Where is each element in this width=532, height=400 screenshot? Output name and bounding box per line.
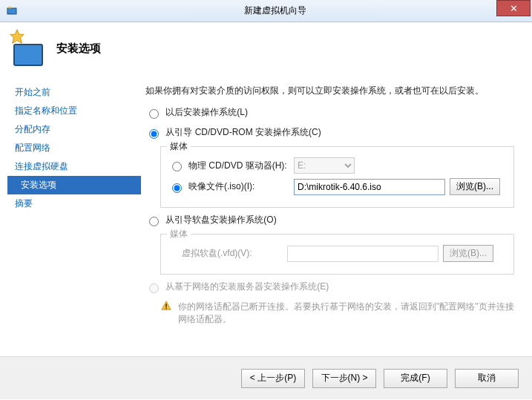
label-iso-file: 映像文件(.iso)(I): — [188, 180, 289, 193]
wizard-steps-sidebar: 开始之前 指定名称和位置 分配内存 配置网络 连接虚拟硬盘 安装选项 摘要 — [0, 74, 141, 356]
input-vfd-path — [287, 246, 439, 262]
step-disk[interactable]: 连接虚拟硬盘 — [10, 157, 141, 176]
radio-install-later[interactable] — [149, 109, 159, 119]
step-name[interactable]: 指定名称和位置 — [10, 102, 141, 120]
label-vfd: 虚拟软盘(.vfd)(V): — [182, 247, 283, 260]
browse-vfd-button: 浏览(B)... — [443, 245, 493, 262]
step-summary[interactable]: 摘要 — [10, 194, 141, 213]
step-memory[interactable]: 分配内存 — [10, 120, 141, 139]
wizard-body: 开始之前 指定名称和位置 分配内存 配置网络 连接虚拟硬盘 安装选项 摘要 如果… — [0, 74, 532, 356]
prev-button[interactable]: < 上一步(P) — [241, 369, 305, 388]
next-button[interactable]: 下一步(N) > — [312, 369, 376, 388]
radio-iso-file[interactable] — [172, 183, 182, 193]
svg-rect-4 — [165, 304, 167, 306]
option-install-floppy[interactable]: 从引导软盘安装操作系统(O) — [145, 214, 514, 226]
finish-button[interactable]: 完成(F) — [384, 369, 447, 388]
step-network[interactable]: 配置网络 — [10, 139, 141, 157]
select-physical-drive[interactable]: E: — [294, 157, 355, 174]
label-physical-drive: 物理 CD/DVD 驱动器(H): — [188, 160, 289, 172]
step-start[interactable]: 开始之前 — [10, 83, 141, 102]
label-install-cd: 从引导 CD/DVD-ROM 安装操作系统(C) — [165, 127, 321, 137]
wizard-content: 如果你拥有对安装介质的访问权限，则可以立即安装操作系统，或者也可在以后安装。 以… — [141, 74, 532, 356]
svg-marker-2 — [10, 30, 24, 43]
app-icon — [6, 5, 18, 17]
title-bar: 新建虚拟机向导 ✕ — [0, 0, 532, 22]
option-install-later[interactable]: 以后安装操作系统(L) — [145, 106, 514, 119]
network-warning: 你的网络适配器已断开连接。若要执行基于网络的安装，请返回到"配置网络"页并连接网… — [160, 301, 514, 326]
group-media-floppy: 媒体 虚拟软盘(.vfd)(V): 浏览(B)... — [160, 234, 514, 275]
intro-text: 如果你拥有对安装介质的访问权限，则可以立即安装操作系统，或者也可在以后安装。 — [145, 85, 514, 97]
group-media-cd: 媒体 物理 CD/DVD 驱动器(H): E: 映像文件(.iso)(I): 浏… — [160, 146, 514, 208]
radio-install-network — [149, 283, 159, 293]
input-iso-path[interactable] — [294, 179, 445, 195]
close-button[interactable]: ✕ — [496, 0, 531, 16]
cancel-button[interactable]: 取消 — [455, 369, 519, 388]
window-title: 新建虚拟机向导 — [18, 4, 532, 17]
warning-icon — [160, 301, 172, 311]
label-install-later: 以后安装操作系统(L) — [165, 107, 248, 117]
browse-iso-button[interactable]: 浏览(B)... — [450, 178, 500, 195]
svg-rect-5 — [165, 308, 167, 309]
legend-media-cd: 媒体 — [167, 140, 191, 153]
radio-install-cd[interactable] — [149, 129, 159, 139]
page-title: 安装选项 — [56, 42, 101, 56]
wizard-footer: < 上一步(P) 下一步(N) > 完成(F) 取消 — [0, 356, 532, 399]
radio-install-floppy[interactable] — [149, 217, 159, 226]
wizard-icon — [10, 30, 46, 66]
label-install-floppy: 从引导软盘安装操作系统(O) — [165, 214, 276, 225]
option-install-network: 从基于网络的安装服务器安装操作系统(E) — [145, 281, 514, 293]
network-warning-text: 你的网络适配器已断开连接。若要执行基于网络的安装，请返回到"配置网络"页并连接网… — [178, 301, 514, 326]
radio-physical-drive[interactable] — [172, 162, 182, 171]
label-install-network: 从基于网络的安装服务器安装操作系统(E) — [165, 281, 329, 292]
svg-rect-0 — [7, 8, 16, 14]
option-install-cd[interactable]: 从引导 CD/DVD-ROM 安装操作系统(C) — [145, 126, 514, 139]
legend-media-floppy: 媒体 — [167, 228, 191, 240]
wizard-header: 安装选项 — [0, 22, 532, 74]
step-install[interactable]: 安装选项 — [7, 176, 141, 194]
